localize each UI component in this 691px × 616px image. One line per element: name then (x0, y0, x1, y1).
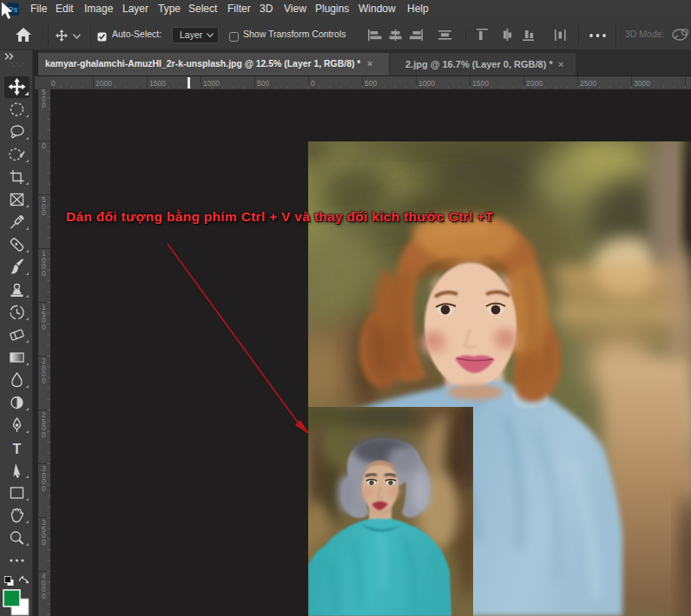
svg-text:T: T (13, 442, 22, 456)
svg-text:3000: 3000 (42, 464, 46, 493)
svg-text:500: 500 (365, 79, 377, 88)
svg-text:1000: 1000 (42, 249, 46, 278)
svg-text:4000: 4000 (42, 572, 46, 600)
svg-text:500: 500 (257, 79, 269, 88)
svg-text:500: 500 (42, 195, 46, 217)
svg-text:0: 0 (51, 79, 56, 88)
svg-text:3500: 3500 (42, 518, 46, 547)
svg-text:0: 0 (311, 79, 315, 88)
svg-text:500: 500 (42, 89, 46, 109)
svg-text:0: 0 (42, 141, 46, 150)
svg-text:2000: 2000 (42, 357, 46, 385)
svg-text:2500: 2500 (42, 410, 46, 439)
svg-text:1500: 1500 (42, 303, 46, 331)
